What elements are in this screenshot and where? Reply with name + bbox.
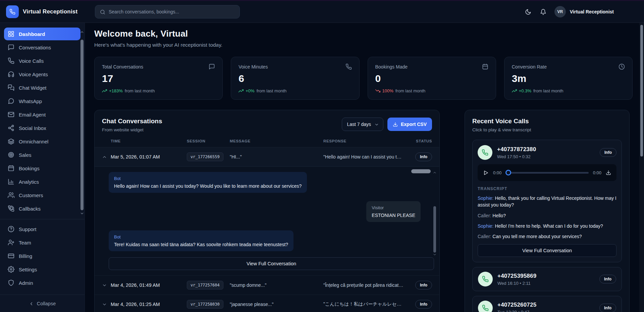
topbar-right: VR Virtual Receptionist (516, 6, 644, 17)
phone-icon (9, 9, 15, 15)
voice-call-card[interactable]: +40725260725 Tue 12:39 • 0:47 Info (472, 296, 622, 312)
search-input[interactable] (109, 9, 235, 14)
sidebar-item-label: Bookings (19, 166, 40, 171)
page-scrollbar[interactable] (639, 23, 644, 312)
phone-icon (482, 149, 488, 156)
seek-slider[interactable] (506, 172, 588, 174)
headphones-icon (8, 71, 14, 78)
conversation-row[interactable]: Mar 5, 2026, 01:07 AM vr_177266559 "HI..… (95, 147, 439, 167)
sidebar-item-omnichannel[interactable]: Omnichannel (4, 135, 80, 148)
date-range-select[interactable]: Last 7 days (342, 118, 383, 131)
sidebar-item-label: Email Agent (19, 112, 46, 118)
scroll-up-icon[interactable] (433, 169, 437, 175)
call-avatar (478, 272, 493, 286)
info-badge[interactable]: Info (415, 152, 432, 161)
column-session: SESSION (187, 139, 230, 143)
share-icon (8, 125, 14, 131)
stats-row: Total Conversations 17 +183% from last m… (94, 57, 633, 100)
sidebar-item-admin[interactable]: Admin (4, 276, 80, 289)
sidebar-item-sales[interactable]: Sales (4, 148, 80, 161)
sidebar-scrollbar[interactable] (79, 29, 84, 224)
sidebar-item-callbacks[interactable]: Callbacks (4, 202, 80, 215)
theme-toggle-button[interactable] (525, 9, 531, 15)
conversation-row[interactable]: Mar 4, 2026, 01:25 AM vr_177258030 "japa… (95, 295, 439, 312)
date-range-value: Last 7 days (347, 122, 371, 127)
stat-label: Bookings Made (375, 64, 408, 70)
sidebar-scrollbar-thumb[interactable] (80, 40, 84, 210)
sidebar-item-label: Support (19, 226, 37, 232)
chat-panel-header: Chat Conversations From website widget L… (95, 118, 439, 132)
scroll-down-icon[interactable] (433, 251, 437, 257)
audio-player: 0:00 0:00 (478, 164, 616, 181)
seek-slider-thumb[interactable] (505, 170, 511, 176)
sidebar-item-email-agent[interactable]: Email Agent (4, 108, 80, 121)
layers-icon (8, 138, 14, 145)
brand-logo (6, 5, 19, 18)
info-badge[interactable]: Info (599, 275, 616, 283)
export-csv-button[interactable]: Export CSV (387, 118, 432, 131)
search-box[interactable] (95, 5, 240, 18)
sidebar-footer-nav: Support Team Billing Settings Admin (0, 223, 85, 290)
view-full-conversation-button[interactable]: View Full Conversation (109, 257, 434, 270)
page-scrollbar-thumb[interactable] (640, 25, 643, 157)
transcript-line: Sophie: Hello, thank you for calling Vir… (478, 195, 616, 209)
sidebar-item-voice-calls[interactable]: Voice Calls (4, 54, 80, 67)
info-badge[interactable]: Info (415, 300, 432, 309)
stat-delta: +183% from last month (102, 88, 215, 93)
conversation-response: "Înțeleg că prețurile pot părea ridicate… (323, 282, 409, 288)
voice-call-card[interactable]: +40725395869 Wed 16:10 • 2:11 Info (472, 267, 622, 291)
stat-card-bookings-made: Bookings Made 0 100% from last month (368, 57, 496, 100)
user-avatar[interactable]: VR (554, 6, 566, 17)
transcript-line: Sophie: Hello! I'm here to help. What ca… (478, 223, 616, 229)
sidebar-item-dashboard[interactable]: Dashboard (4, 28, 80, 40)
download-recording-button[interactable] (606, 170, 611, 175)
notifications-button[interactable] (540, 9, 546, 15)
column-time: TIME (111, 139, 187, 143)
sidebar-item-label: Chat Widget (19, 85, 47, 91)
table-header: TIME SESSION MESSAGE RESPONSE STATUS (95, 139, 439, 147)
sidebar-collapse-button[interactable]: Collapse (0, 295, 85, 312)
sidebar-item-billing[interactable]: Billing (4, 250, 80, 262)
info-badge[interactable]: Info (599, 304, 616, 312)
chat-scrollbar-thumb[interactable] (433, 206, 436, 253)
sidebar-item-social-inbox[interactable]: Social Inbox (4, 122, 80, 134)
chevron-down-icon (102, 302, 107, 307)
sidebar-item-customers[interactable]: Customers (4, 189, 80, 202)
transcript-text: Hello! I'm here to help. What can I do f… (495, 223, 603, 229)
sidebar-item-team[interactable]: Team (4, 236, 80, 249)
stat-card-total-conversations: Total Conversations 17 +183% from last m… (94, 57, 223, 100)
stat-delta-percent: +0.3% (519, 88, 531, 93)
sidebar: Dashboard Conversations Voice Calls Voic… (0, 23, 85, 312)
info-badge[interactable]: Info (415, 281, 432, 289)
sidebar-item-support[interactable]: Support (4, 223, 80, 235)
credit-card-icon (8, 253, 14, 259)
sidebar-item-chat-widget[interactable]: Chat Widget (4, 81, 80, 94)
sidebar-item-label: Dashboard (19, 31, 45, 37)
info-badge[interactable]: Info (600, 148, 616, 157)
sidebar-item-conversations[interactable]: Conversations (4, 41, 80, 54)
chat-scrollbar[interactable] (433, 171, 437, 255)
voice-panel-title: Recent Voice Calls (472, 118, 622, 125)
stat-value: 17 (102, 73, 215, 84)
sidebar-item-whatsapp[interactable]: WhatsApp (4, 95, 80, 107)
voice-call-card[interactable]: +40737872380 Wed 17:50 • 0:32 Info 0:00 … (472, 140, 622, 262)
call-number: +40725260725 (497, 302, 536, 308)
sidebar-item-settings[interactable]: Settings (4, 263, 80, 276)
play-button[interactable] (483, 170, 489, 176)
chat-transcript-area: Bot Hello again! How can I assist you to… (109, 172, 434, 251)
conversation-row[interactable]: Mar 4, 2026, 01:49 AM vr_177257604 "scum… (95, 276, 439, 295)
moon-icon (525, 9, 531, 15)
scroll-down-icon[interactable] (79, 210, 84, 216)
scroll-up-icon[interactable] (79, 29, 84, 35)
transcript-speaker: Sophie: (478, 223, 493, 229)
sidebar-item-bookings[interactable]: Bookings (4, 162, 80, 175)
sidebar-item-voice-agents[interactable]: Voice Agents (4, 68, 80, 81)
transcript-text: Can you tell me more about your services… (492, 234, 582, 239)
transcript-label: TRANSCRIPT (478, 186, 616, 191)
sidebar-item-analytics[interactable]: Analytics (4, 175, 80, 188)
view-full-conversation-button[interactable]: View Full Conversation (478, 244, 616, 257)
chat-bubble: Bot Tere! Kuidas ma saan teid täna aidat… (109, 230, 293, 251)
stat-label: Conversion Rate (512, 64, 547, 70)
users-icon (8, 192, 14, 198)
column-response: RESPONSE (323, 139, 409, 143)
